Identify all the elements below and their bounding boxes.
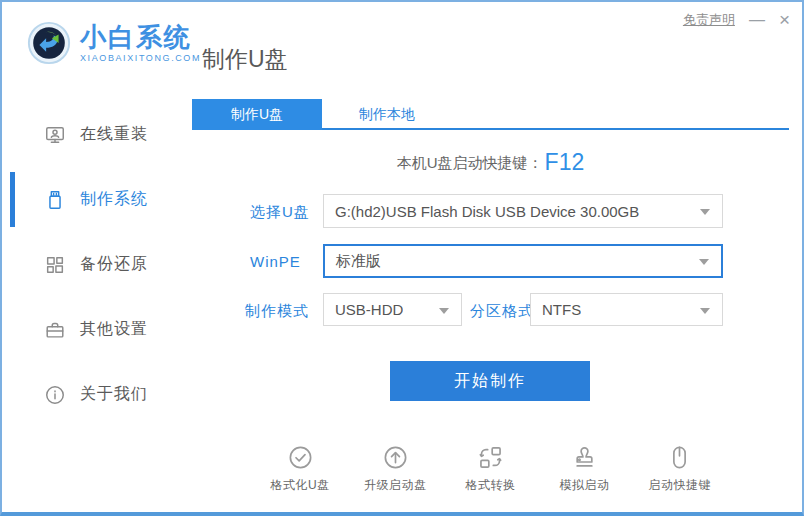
chevron-down-icon bbox=[700, 209, 710, 215]
sidebar-item-online-reinstall[interactable]: 在线重装 bbox=[2, 102, 188, 167]
usb-select-value: G:(hd2)USB Flash Disk USB Device 30.00GB bbox=[324, 203, 639, 220]
brand-domain: XIAOBAIXITONG.COM bbox=[80, 53, 201, 63]
sidebar-item-label: 在线重装 bbox=[80, 124, 148, 145]
sidebar-item-label: 关于我们 bbox=[80, 384, 148, 405]
tool-format-usb[interactable]: 格式化U盘 bbox=[270, 444, 330, 494]
sidebar-item-label: 其他设置 bbox=[80, 319, 148, 340]
monitor-reinstall-icon bbox=[44, 124, 66, 146]
mode-select-label: 制作模式 bbox=[245, 302, 309, 321]
backup-restore-icon bbox=[44, 254, 66, 276]
sidebar-item-label: 制作系统 bbox=[80, 189, 148, 210]
sidebar-item-about-us[interactable]: 关于我们 bbox=[2, 362, 188, 427]
winpe-select-value: 标准版 bbox=[325, 252, 381, 271]
app-logo: 小白系统 XIAOBAIXITONG.COM bbox=[26, 20, 201, 66]
sidebar-item-label: 备份还原 bbox=[80, 254, 148, 275]
brand-text: 小白系统 XIAOBAIXITONG.COM bbox=[80, 23, 201, 63]
app-window: 免责声明 — × 小白系统 XIAOBAIXITONG.COM 制作U盘 在线重… bbox=[0, 0, 804, 516]
tool-label: 格式化U盘 bbox=[270, 477, 329, 494]
sidebar-item-backup-restore[interactable]: 备份还原 bbox=[2, 232, 188, 297]
boot-hotkey-label: 本机U盘启动快捷键： bbox=[397, 154, 543, 171]
sidebar-item-other-settings[interactable]: 其他设置 bbox=[2, 297, 188, 362]
start-make-button[interactable]: 开始制作 bbox=[390, 361, 590, 401]
mouse-icon bbox=[666, 444, 693, 471]
check-circle-icon bbox=[287, 444, 314, 471]
chevron-down-icon bbox=[700, 308, 710, 314]
sidebar: 在线重装 制作系统 备份还原 其他设置 bbox=[2, 102, 188, 427]
chevron-down-icon bbox=[439, 308, 449, 314]
usb-select-label: 选择U盘 bbox=[250, 203, 310, 222]
stamp-icon bbox=[571, 444, 598, 471]
page-title: 制作U盘 bbox=[202, 44, 288, 75]
convert-icon bbox=[477, 444, 504, 471]
tool-simulate-boot[interactable]: 模拟启动 bbox=[555, 444, 615, 494]
info-icon bbox=[44, 384, 66, 406]
mode-select[interactable]: USB-HDD bbox=[323, 293, 462, 326]
sidebar-item-make-system[interactable]: 制作系统 bbox=[2, 167, 188, 232]
partition-select-value: NTFS bbox=[531, 301, 581, 318]
winpe-select-label: WinPE bbox=[250, 253, 301, 270]
tab-make-usb[interactable]: 制作U盘 bbox=[192, 99, 322, 130]
tool-format-convert[interactable]: 格式转换 bbox=[461, 444, 521, 494]
bottom-toolbar: 格式化U盘 升级启动盘 格式转换 模拟启动 启动快捷键 bbox=[192, 444, 789, 494]
boot-hotkey-value: F12 bbox=[545, 149, 585, 175]
tool-label: 启动快捷键 bbox=[649, 477, 712, 494]
titlebar-controls: 免责声明 — × bbox=[683, 10, 790, 30]
tool-label: 模拟启动 bbox=[560, 477, 610, 494]
minimize-button[interactable]: — bbox=[749, 10, 765, 30]
partition-select-label: 分区格式 bbox=[470, 302, 534, 321]
chevron-down-icon bbox=[699, 259, 709, 265]
sync-sphere-logo-icon bbox=[26, 20, 72, 66]
settings-case-icon bbox=[44, 319, 66, 341]
tool-label: 升级启动盘 bbox=[364, 477, 427, 494]
winpe-select[interactable]: 标准版 bbox=[323, 244, 723, 278]
tool-upgrade-boot-disk[interactable]: 升级启动盘 bbox=[364, 444, 427, 494]
partition-select[interactable]: NTFS bbox=[530, 293, 723, 326]
boot-hotkey-line: 本机U盘启动快捷键：F12 bbox=[192, 149, 789, 176]
usb-drive-icon bbox=[44, 189, 66, 211]
tool-label: 格式转换 bbox=[466, 477, 516, 494]
tab-bar: 制作U盘 制作本地 bbox=[192, 99, 789, 130]
active-indicator bbox=[10, 172, 15, 227]
tab-make-local[interactable]: 制作本地 bbox=[322, 99, 452, 130]
brand-name: 小白系统 bbox=[80, 23, 201, 51]
disclaimer-link[interactable]: 免责声明 bbox=[683, 11, 735, 29]
tool-boot-hotkey[interactable]: 启动快捷键 bbox=[649, 444, 712, 494]
mode-select-value: USB-HDD bbox=[324, 301, 403, 318]
arrow-up-circle-icon bbox=[382, 444, 409, 471]
usb-select[interactable]: G:(hd2)USB Flash Disk USB Device 30.00GB bbox=[323, 194, 723, 228]
close-button[interactable]: × bbox=[779, 10, 790, 30]
